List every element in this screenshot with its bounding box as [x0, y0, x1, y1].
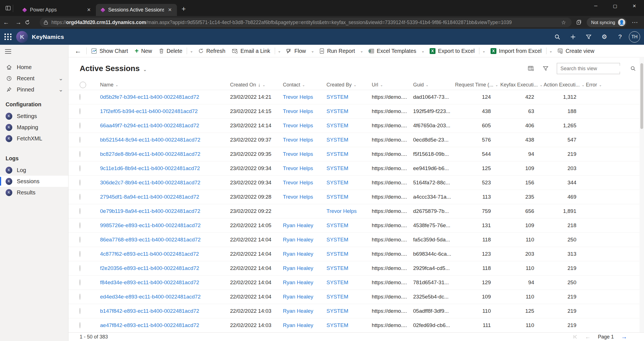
session-row[interactable]: f84ed34e-e893-ec11-b400-0022481acd72 22/… — [68, 276, 640, 290]
contact-link[interactable]: Ryan Healey — [283, 265, 313, 271]
vertical-scrollbar[interactable] — [640, 58, 644, 341]
quick-create-plus-icon[interactable] — [566, 31, 580, 43]
created-by-link[interactable]: SYSTEM — [326, 165, 348, 171]
import-overflow-chevron-icon[interactable]: ⌄ — [548, 49, 554, 53]
contact-link[interactable]: Trevor Helps — [283, 165, 313, 171]
contact-link[interactable]: Trevor Helps — [283, 123, 313, 128]
contact-link[interactable]: Ryan Healey — [283, 294, 313, 300]
created-by-link[interactable]: Trevor Helps — [326, 208, 357, 214]
row-checkbox[interactable] — [80, 222, 80, 229]
row-checkbox[interactable] — [80, 265, 80, 271]
delete-button[interactable]: Delete — [155, 46, 186, 56]
created-by-link[interactable]: SYSTEM — [326, 251, 348, 257]
column-header-request-time[interactable]: Request Time (...⌄ — [455, 82, 500, 88]
created-by-link[interactable]: SYSTEM — [326, 194, 348, 200]
session-row[interactable]: 0e79b119-8a94-ec11-b400-0022481acd72 23/… — [68, 204, 640, 218]
flow-button[interactable]: Flow — [283, 46, 309, 56]
row-checkbox[interactable] — [80, 279, 80, 286]
next-page-icon[interactable]: → — [621, 333, 627, 340]
column-header-created-by[interactable]: Created By⌄ — [326, 82, 372, 88]
new-button[interactable]: + New — [131, 46, 155, 56]
sidebar-item-mapping[interactable]: K Mapping — [0, 122, 68, 133]
session-row[interactable]: 27945df1-8a94-ec11-b400-0022481acd72 23/… — [68, 190, 640, 204]
session-row[interactable]: 9985726e-e893-ec11-b400-0022481acd72 22/… — [68, 218, 640, 233]
session-name-link[interactable]: ae47f842-e893-ec11-b400-0022481acd72 — [100, 322, 199, 328]
contact-link[interactable]: Trevor Helps — [283, 94, 313, 100]
created-by-link[interactable]: SYSTEM — [326, 108, 348, 114]
row-checkbox[interactable] — [80, 208, 80, 214]
column-header-created-on[interactable]: Created On↓⌄ — [230, 82, 283, 88]
session-name-link[interactable]: f84ed34e-e893-ec11-b400-0022481acd72 — [100, 279, 199, 285]
session-row[interactable]: 0d5b2fe7-b394-ec11-b400-0022481acd72 23/… — [68, 90, 640, 104]
contact-link[interactable]: Ryan Healey — [283, 237, 313, 243]
column-header-guid[interactable]: Guid⌄ — [413, 82, 455, 88]
user-avatar[interactable]: TH — [629, 31, 640, 43]
created-by-link[interactable]: SYSTEM — [326, 265, 348, 271]
session-row[interactable]: bc827de8-8b94-ec11-b400-0022481acd72 23/… — [68, 147, 640, 161]
session-name-link[interactable]: 4c877f62-e893-ec11-b400-0022481acd72 — [100, 251, 199, 257]
session-row[interactable]: ed4ed34e-e893-ec11-b400-0022481acd72 22/… — [68, 290, 640, 304]
tab-sessions-active[interactable]: Sessions Active Sessions - Power ✕ — [96, 4, 177, 16]
session-row[interactable]: 306de2c7-8b94-ec11-b400-0022481acd72 23/… — [68, 176, 640, 190]
reload-icon[interactable] — [25, 17, 37, 27]
sidebar-item-results[interactable]: K Results — [0, 187, 68, 198]
contact-link[interactable]: Ryan Healey — [283, 322, 313, 328]
row-checkbox[interactable] — [80, 237, 80, 243]
back-nav-icon[interactable]: ← — [0, 17, 12, 27]
settings-gear-icon[interactable]: ⚙ — [598, 31, 611, 43]
favorites-star-icon[interactable]: ☆ — [560, 19, 568, 26]
column-header-error[interactable]: Error⌄ — [586, 82, 625, 88]
created-by-link[interactable]: SYSTEM — [326, 237, 348, 243]
search-icon[interactable] — [628, 66, 639, 71]
chevron-down-icon[interactable]: ⌄ — [58, 75, 63, 82]
sidebar-item-log[interactable]: K Log — [0, 164, 68, 176]
search-icon[interactable] — [551, 31, 564, 43]
contact-link[interactable]: Trevor Helps — [283, 180, 313, 185]
session-name-link[interactable]: 66aa49f7-b294-ec11-b400-0022481acd72 — [100, 123, 199, 128]
row-checkbox[interactable] — [80, 251, 80, 257]
edit-columns-icon[interactable] — [525, 63, 537, 74]
row-checkbox[interactable] — [80, 165, 80, 171]
row-checkbox[interactable] — [80, 151, 80, 157]
session-name-link[interactable]: ed4ed34e-e893-ec11-b400-0022481acd72 — [100, 294, 201, 300]
column-header-contact[interactable]: Contact⌄ — [283, 82, 326, 88]
session-name-link[interactable]: bc827de8-8b94-ec11-b400-0022481acd72 — [100, 151, 200, 157]
session-name-link[interactable]: 17f2ef05-b394-ec11-b400-0022481acd72 — [100, 108, 198, 114]
help-icon[interactable]: ? — [613, 31, 627, 43]
scrollbar-thumb[interactable] — [640, 63, 643, 129]
session-row[interactable]: 17f2ef05-b394-ec11-b400-0022481acd72 23/… — [68, 104, 640, 119]
created-by-link[interactable]: SYSTEM — [326, 151, 348, 157]
minimize-button[interactable]: ─ — [586, 0, 605, 12]
row-checkbox[interactable] — [80, 123, 80, 129]
session-row[interactable]: 9c11e1d6-8b94-ec11-b400-0022481acd72 23/… — [68, 161, 640, 176]
contact-link[interactable]: Ryan Healey — [283, 279, 313, 285]
sidebar-item-fetchxml[interactable]: K FetchXML — [0, 133, 68, 144]
collections-icon[interactable] — [574, 20, 583, 25]
row-checkbox[interactable] — [80, 308, 80, 314]
session-row[interactable]: bb521544-8c94-ec11-b400-0022481acd72 23/… — [68, 133, 640, 147]
row-checkbox[interactable] — [80, 94, 80, 100]
show-chart-button[interactable]: Show Chart — [88, 46, 131, 56]
created-by-link[interactable]: SYSTEM — [326, 137, 348, 143]
filter-view-icon[interactable] — [539, 63, 552, 74]
created-by-link[interactable]: SYSTEM — [326, 180, 348, 185]
session-row[interactable]: 66aa49f7-b294-ec11-b400-0022481acd72 23/… — [68, 119, 640, 133]
row-checkbox[interactable] — [80, 137, 80, 143]
session-name-link[interactable]: 9c11e1d6-8b94-ec11-b400-0022481acd72 — [100, 165, 200, 171]
session-name-link[interactable]: 0e79b119-8a94-ec11-b400-0022481acd72 — [100, 208, 200, 214]
create-view-button[interactable]: Create view — [554, 46, 598, 56]
session-name-link[interactable]: 9985726e-e893-ec11-b400-0022481acd72 — [100, 222, 201, 228]
email-link-button[interactable]: Email a Link — [229, 46, 273, 56]
created-by-link[interactable]: SYSTEM — [326, 294, 348, 300]
contact-link[interactable]: Trevor Helps — [283, 194, 313, 200]
session-name-link[interactable]: 306de2c7-8b94-ec11-b400-0022481acd72 — [100, 180, 200, 185]
sidebar-item-home[interactable]: Home — [0, 62, 68, 73]
maximize-button[interactable]: ▢ — [605, 0, 625, 12]
column-header-action-executions[interactable]: Action Executi...⌄ — [544, 82, 586, 88]
row-checkbox[interactable] — [80, 294, 80, 300]
session-row[interactable]: b147f842-e893-ec11-b400-0022481acd72 22/… — [68, 304, 640, 318]
sidebar-item-sessions[interactable]: K Sessions — [0, 176, 68, 187]
delete-overflow-chevron-icon[interactable]: ⌄ — [188, 49, 195, 53]
close-tab-icon[interactable]: ✕ — [86, 6, 92, 13]
waffle-icon[interactable] — [2, 30, 15, 43]
